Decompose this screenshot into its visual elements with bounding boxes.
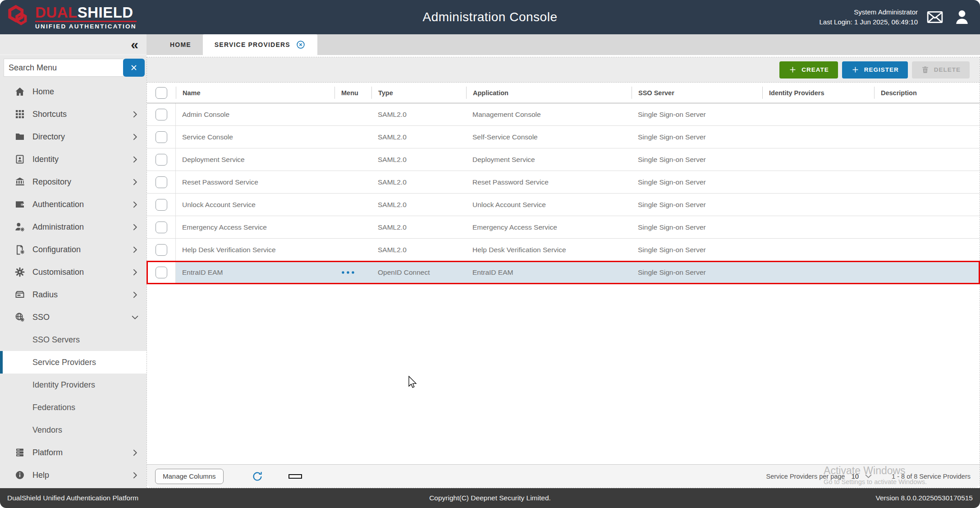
cell-name: Service Console bbox=[176, 126, 334, 148]
sidebar-item-configuration[interactable]: Configuration bbox=[0, 238, 147, 261]
chevron-down-icon bbox=[132, 314, 138, 321]
cell-name: Deployment Service bbox=[176, 148, 334, 171]
column-header-application[interactable]: Application bbox=[466, 87, 632, 99]
mail-icon[interactable] bbox=[925, 8, 945, 26]
row-checkbox-cell bbox=[147, 103, 176, 125]
row-checkbox-cell bbox=[147, 148, 176, 171]
sidebar-item-label: Platform bbox=[32, 448, 63, 457]
column-header-menu[interactable]: Menu bbox=[334, 87, 371, 99]
row-checkbox[interactable] bbox=[156, 244, 167, 256]
info-icon bbox=[14, 470, 25, 480]
sidebar-collapse-icon[interactable]: « bbox=[131, 38, 138, 51]
column-header-sso-server[interactable]: SSO Server bbox=[632, 87, 762, 99]
footer-copyright: Copyright(C) Deepnet Security Limited. bbox=[0, 494, 980, 502]
row-checkbox[interactable] bbox=[156, 131, 167, 143]
sidebar-item-customisation[interactable]: Customisation bbox=[0, 261, 147, 283]
tab-label: HOME bbox=[170, 41, 191, 48]
table-row-emergency-access-service[interactable]: Emergency Access ServiceSAML2.0Emergency… bbox=[147, 216, 980, 239]
column-header-name[interactable]: Name bbox=[176, 87, 334, 99]
refresh-icon[interactable] bbox=[252, 471, 263, 482]
table-row-unlock-account-service[interactable]: Unlock Account ServiceSAML2.0Unlock Acco… bbox=[147, 194, 980, 216]
resize-handle-icon[interactable] bbox=[289, 474, 302, 479]
column-header-description[interactable]: Description bbox=[874, 87, 980, 99]
cell-application: Unlock Account Service bbox=[466, 194, 632, 216]
sidebar-item-label: Vendors bbox=[32, 425, 62, 435]
chevron-down-icon[interactable] bbox=[865, 473, 872, 480]
search-clear-button[interactable] bbox=[123, 59, 145, 77]
sidebar-item-platform[interactable]: Platform bbox=[0, 441, 147, 464]
chevron-right-icon bbox=[132, 291, 138, 298]
row-checkbox[interactable] bbox=[156, 109, 167, 120]
chevron-right-icon bbox=[132, 269, 138, 276]
cell-type: SAML2.0 bbox=[371, 216, 466, 238]
sidebar-nav: HomeShortcutsDirectoryIdentityRepository… bbox=[0, 80, 147, 488]
row-checkbox[interactable] bbox=[156, 154, 167, 166]
dualshield-admin-console: DUALSHIELD UNIFIED AUTHENTICATION Admini… bbox=[0, 0, 980, 508]
sidebar-item-identity-providers[interactable]: Identity Providers bbox=[0, 374, 147, 396]
row-checkbox[interactable] bbox=[156, 222, 167, 233]
manage-columns-button[interactable]: Manage Columns bbox=[155, 469, 224, 484]
search-menu-input[interactable] bbox=[4, 59, 123, 77]
tab-home[interactable]: HOME bbox=[158, 34, 203, 55]
delete-button[interactable]: DELETE bbox=[912, 61, 970, 79]
cell-name: Admin Console bbox=[176, 103, 334, 125]
sidebar-item-label: Home bbox=[32, 87, 54, 97]
per-page-select[interactable]: 10 bbox=[849, 472, 861, 480]
chevron-right-icon bbox=[132, 111, 138, 118]
sidebar-item-federations[interactable]: Federations bbox=[0, 396, 147, 419]
sidebar-item-directory[interactable]: Directory bbox=[0, 125, 147, 148]
select-all-checkbox[interactable] bbox=[156, 87, 167, 99]
table-row-help-desk-verification-service[interactable]: Help Desk Verification ServiceSAML2.0Hel… bbox=[147, 239, 980, 261]
sidebar-item-sso-servers[interactable]: SSO Servers bbox=[0, 328, 147, 351]
sidebar-item-vendors[interactable]: Vendors bbox=[0, 419, 147, 441]
wallet-icon bbox=[14, 199, 25, 210]
table-row-reset-password-service[interactable]: Reset Password ServiceSAML2.0Reset Passw… bbox=[147, 171, 980, 194]
sidebar-item-service-providers[interactable]: Service Providers bbox=[0, 351, 147, 374]
document-gear-icon bbox=[14, 244, 25, 255]
column-header-identity-providers[interactable]: Identity Providers bbox=[762, 87, 874, 99]
cell-identity-providers bbox=[762, 194, 874, 216]
plus-icon bbox=[851, 65, 860, 74]
sidebar: « HomeShortcutsDirectoryIdentityReposito… bbox=[0, 34, 147, 488]
sidebar-item-home[interactable]: Home bbox=[0, 80, 147, 103]
row-checkbox[interactable] bbox=[156, 267, 167, 278]
cell-type: SAML2.0 bbox=[371, 126, 466, 148]
table-row-entraid-eam[interactable]: EntraID EAMOpenID ConnectEntraID EAMSing… bbox=[147, 261, 980, 284]
user-profile-icon[interactable] bbox=[952, 8, 972, 26]
service-providers-panel: CREATE REGISTER DELETE bbox=[147, 57, 980, 488]
sidebar-item-radius[interactable]: Radius bbox=[0, 283, 147, 306]
row-checkbox-cell bbox=[147, 261, 176, 283]
register-button[interactable]: REGISTER bbox=[842, 61, 908, 79]
sidebar-item-identity[interactable]: Identity bbox=[0, 148, 147, 171]
create-button[interactable]: CREATE bbox=[779, 61, 838, 79]
table-row-service-console[interactable]: Service ConsoleSAML2.0Self-Service Conso… bbox=[147, 126, 980, 148]
sidebar-item-repository[interactable]: Repository bbox=[0, 171, 147, 193]
sidebar-item-label: Radius bbox=[32, 290, 58, 300]
column-header-type[interactable]: Type bbox=[371, 87, 466, 99]
globe-gear-icon bbox=[14, 312, 25, 323]
table-row-admin-console[interactable]: Admin ConsoleSAML2.0Management ConsoleSi… bbox=[147, 103, 980, 126]
cell-type: SAML2.0 bbox=[371, 194, 466, 216]
sidebar-item-label: SSO Servers bbox=[32, 335, 80, 345]
cell-description bbox=[874, 239, 980, 261]
cell-sso-server: Single Sign-on Server bbox=[632, 216, 762, 238]
table-row-deployment-service[interactable]: Deployment ServiceSAML2.0Deployment Serv… bbox=[147, 148, 980, 171]
sidebar-item-shortcuts[interactable]: Shortcuts bbox=[0, 103, 147, 125]
cell-menu bbox=[334, 171, 371, 193]
row-menu-dots-icon[interactable] bbox=[341, 270, 355, 275]
chevron-right-icon bbox=[132, 472, 138, 479]
sidebar-item-administration[interactable]: Administration bbox=[0, 216, 147, 238]
cell-identity-providers bbox=[762, 126, 874, 148]
row-checkbox[interactable] bbox=[156, 176, 167, 188]
tab-service-providers[interactable]: SERVICE PROVIDERS bbox=[203, 34, 317, 55]
service-providers-table: Name Menu Type Application SSO Server Id… bbox=[147, 83, 980, 284]
sidebar-item-label: Customisation bbox=[32, 268, 84, 277]
sidebar-search-row bbox=[0, 55, 147, 80]
tab-close-icon[interactable] bbox=[296, 40, 306, 50]
sidebar-item-help[interactable]: Help bbox=[0, 464, 147, 486]
sidebar-item-label: Authentication bbox=[32, 200, 84, 209]
sidebar-item-sso[interactable]: SSO bbox=[0, 306, 147, 328]
sidebar-item-authentication[interactable]: Authentication bbox=[0, 193, 147, 216]
row-checkbox[interactable] bbox=[156, 199, 167, 211]
cell-identity-providers bbox=[762, 261, 874, 283]
